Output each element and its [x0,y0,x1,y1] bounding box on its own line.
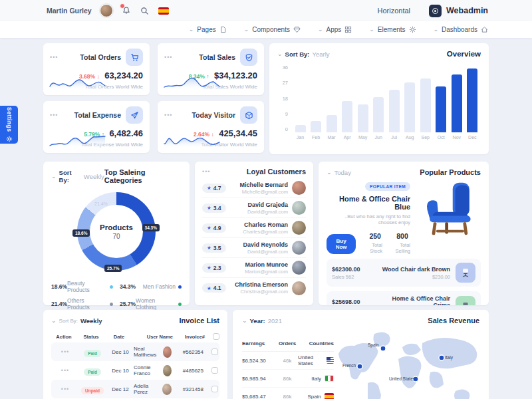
col-countries: Countries [298,340,334,346]
brand[interactable]: Webadmin [429,5,488,17]
total-selling-value: 800 [394,232,410,240]
invoice-user: Connie Franco [134,364,160,376]
sparkline-chart [163,73,221,90]
map-marker-spain[interactable]: Spain [368,342,379,347]
stat-value: 6,482.46 [109,128,143,138]
card-menu-dots[interactable]: ••• [164,54,172,61]
legend-pct: 34.3% [120,283,136,290]
star-icon: ★ [207,245,211,251]
customer-name: Christina Emerson [226,281,288,288]
total-stock-label: Total Stock [368,242,382,254]
map-marker-united-states[interactable]: United States [389,376,415,381]
product-unit-price: $230.00 [378,274,450,280]
legend-item: 18.6% Beauty Products [51,280,113,293]
row-actions[interactable]: ••• [53,348,78,355]
overview-bar-column[interactable]: Oct [436,86,447,140]
product-list-item[interactable]: $25698.00 Sales 856 Home & Office Chair … [327,291,481,305]
table-row[interactable]: $5,685.47 86k Spain [242,388,334,399]
nav-item-dashboards[interactable]: ⌄ Dashboards [434,26,488,33]
row-actions[interactable]: ••• [53,367,78,374]
cart-icon [126,49,143,66]
popular-filter-dropdown[interactable]: ⌄ Today [327,169,351,176]
sort-label: Sort By: [59,169,81,184]
notifications-bell-icon[interactable] [121,5,132,16]
card-title: Total Sales [199,53,235,61]
overview-bar-column[interactable]: May [357,104,368,140]
customer-email: Christina@gmail.com [226,289,288,295]
overview-bar-column[interactable]: Apr [342,101,353,140]
avatar [292,221,306,235]
customer-name: David Grajeda [226,201,288,208]
invoice-number: #485625 [172,368,203,374]
year-label: Year: [250,317,265,325]
list-item[interactable]: ★3.5 David ReynoldsDavid@gmail.com [202,238,306,258]
overview-sort-dropdown[interactable]: ⌄ Sort By: Yearly [277,51,330,58]
overview-bar-column[interactable]: Jan [295,125,306,140]
row-actions[interactable]: ••• [53,386,78,392]
user-avatar[interactable] [100,4,113,17]
overview-bar-column[interactable]: Mar [326,115,337,140]
avatar [292,201,306,215]
main-navbar: ⌄ Pages ⌄ Components ⌄ Apps ⌄ Elements ⌄… [0,21,532,38]
overview-bar-column[interactable]: Nov [451,74,462,141]
card-menu-dots[interactable]: ••• [202,168,210,175]
star-icon: ★ [207,205,211,211]
overview-bar-column[interactable]: Jul [388,90,400,140]
user-name[interactable]: Martin Gurley [47,7,92,15]
overview-bar-column[interactable]: Dec [467,68,478,140]
invoice-user: Neal Matthews [134,346,160,358]
categories-sort-dropdown[interactable]: ⌄ Sort By: Weekly [51,169,104,184]
select-all-checkbox[interactable] [213,333,219,340]
nav-item-elements[interactable]: ⌄ Elements [369,26,416,33]
avatar [292,241,306,255]
list-item[interactable]: ★4.9 Charles RomanCharles@gmail.com [202,218,306,238]
customer-email: David@gmail.com [226,209,288,215]
categories-title: Top Saleing Categories [104,168,182,184]
table-row[interactable]: ••• Paid Dec 10 Connie Franco #485625 [51,361,219,380]
star-icon: ★ [207,285,211,291]
overview-bar-column[interactable]: Jun [373,97,384,140]
overview-bar-column[interactable]: Aug [404,82,416,140]
language-flag-spain[interactable] [158,7,169,15]
card-menu-dots[interactable]: ••• [50,54,58,61]
overview-bar-column[interactable]: Sep [420,78,431,140]
table-row[interactable]: ••• Paid Dec 10 Neal Matthews #562354 [51,342,219,361]
table-row[interactable]: ••• Unpaid Dec 12 Adella Perez #321458 [51,380,219,398]
col-orders: Orders [277,340,298,346]
rating-badge: ★3.5 [202,243,226,253]
buy-now-button[interactable]: Buy Now [327,234,356,254]
stat-cards-grid: ••• Total Orders 3.68% ↓ 63,234.20 Total… [43,43,264,153]
search-icon[interactable] [140,5,150,16]
row-checkbox[interactable] [211,367,218,374]
loyal-customers-card: ••• Loyal Customers ★4.7 Michelle Bernar… [195,162,313,305]
legend-dot [178,285,182,289]
status-badge: Paid [84,350,101,357]
home-icon [481,26,488,33]
nav-item-components[interactable]: ⌄ Components [244,26,301,33]
product-list-item[interactable]: $62300.00 Sales 562 Wood Chair dark Brow… [327,259,481,287]
overview-bar-column[interactable]: Feb [311,121,322,140]
card-menu-dots[interactable]: ••• [50,112,58,118]
map-marker-italy[interactable]: Italy [445,355,453,360]
list-item[interactable]: ★3.4 David GrajedaDavid@gmail.com [202,198,306,218]
settings-side-tab[interactable]: Settings [0,106,18,144]
card-menu-dots[interactable]: ••• [164,112,172,118]
card-total-expense: ••• Total Expense 5.79% ↑ 6,482.46 Total… [43,101,150,153]
nav-item-apps[interactable]: ⌄ Apps [318,26,352,33]
map-marker-french[interactable]: French [342,363,356,368]
customer-list: ★4.7 Michelle BernardMichelle@gmail.com … [202,178,306,298]
layout-mode-label[interactable]: Horizontal [377,7,410,15]
legend-dot [110,303,113,306]
row-checkbox[interactable] [211,386,218,392]
table-row[interactable]: $6,524.30 46k United States [242,352,334,370]
table-row[interactable]: $6,985.94 86k Italy [242,370,334,388]
list-item[interactable]: ★4.1 Christina EmersonChristina@gmail.co… [202,278,306,298]
year-dropdown[interactable]: ⌄ Year: 2021 [242,317,282,325]
list-item[interactable]: ★4.7 Michelle BernardMichelle@gmail.com [202,178,306,198]
invoice-sort-dropdown[interactable]: ⌄ Sort By: Weekly [51,317,102,325]
nav-item-pages[interactable]: ⌄ Pages [189,26,227,33]
row-checkbox[interactable] [211,348,218,355]
card-total-orders: ••• Total Orders 3.68% ↓ 63,234.20 Total… [43,43,150,95]
list-item[interactable]: ★2.3 Marion MunroeMarion@gmail.com [202,258,306,278]
earnings-value: $6,524.30 [242,358,277,364]
